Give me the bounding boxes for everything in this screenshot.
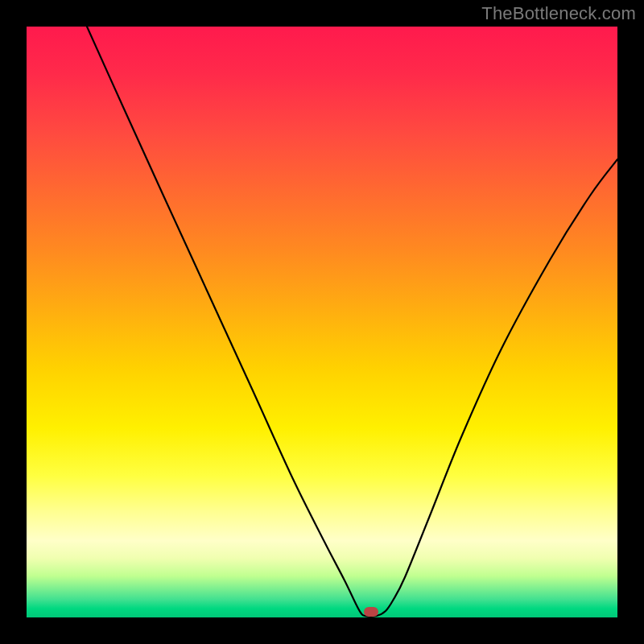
attribution-text: TheBottleneck.com [481,3,636,24]
optimal-point-marker [364,607,378,617]
chart-area [27,27,617,617]
chart-gradient-background [27,27,617,617]
